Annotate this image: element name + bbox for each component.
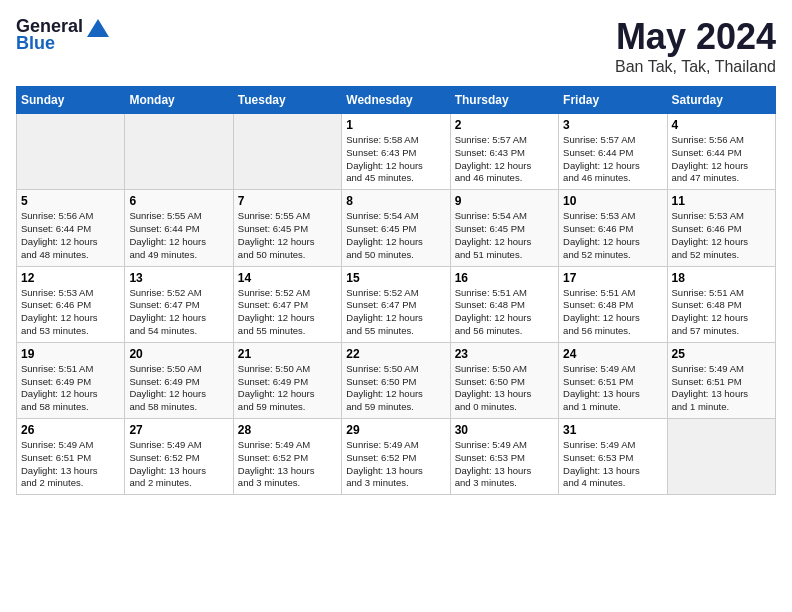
day-info: Sunrise: 5:50 AM Sunset: 6:49 PM Dayligh… bbox=[129, 363, 228, 414]
calendar-header-friday: Friday bbox=[559, 87, 667, 114]
day-info: Sunrise: 5:57 AM Sunset: 6:43 PM Dayligh… bbox=[455, 134, 554, 185]
day-info: Sunrise: 5:49 AM Sunset: 6:53 PM Dayligh… bbox=[563, 439, 662, 490]
calendar-cell: 8Sunrise: 5:54 AM Sunset: 6:45 PM Daylig… bbox=[342, 190, 450, 266]
day-info: Sunrise: 5:56 AM Sunset: 6:44 PM Dayligh… bbox=[21, 210, 120, 261]
day-number: 18 bbox=[672, 271, 771, 285]
calendar-cell: 21Sunrise: 5:50 AM Sunset: 6:49 PM Dayli… bbox=[233, 342, 341, 418]
day-info: Sunrise: 5:51 AM Sunset: 6:49 PM Dayligh… bbox=[21, 363, 120, 414]
day-info: Sunrise: 5:50 AM Sunset: 6:50 PM Dayligh… bbox=[346, 363, 445, 414]
day-info: Sunrise: 5:54 AM Sunset: 6:45 PM Dayligh… bbox=[455, 210, 554, 261]
calendar-week-2: 5Sunrise: 5:56 AM Sunset: 6:44 PM Daylig… bbox=[17, 190, 776, 266]
day-number: 15 bbox=[346, 271, 445, 285]
calendar-cell: 3Sunrise: 5:57 AM Sunset: 6:44 PM Daylig… bbox=[559, 114, 667, 190]
day-number: 22 bbox=[346, 347, 445, 361]
calendar-header-tuesday: Tuesday bbox=[233, 87, 341, 114]
day-info: Sunrise: 5:55 AM Sunset: 6:45 PM Dayligh… bbox=[238, 210, 337, 261]
day-info: Sunrise: 5:53 AM Sunset: 6:46 PM Dayligh… bbox=[21, 287, 120, 338]
calendar: SundayMondayTuesdayWednesdayThursdayFrid… bbox=[16, 86, 776, 495]
day-number: 14 bbox=[238, 271, 337, 285]
day-number: 13 bbox=[129, 271, 228, 285]
calendar-cell: 31Sunrise: 5:49 AM Sunset: 6:53 PM Dayli… bbox=[559, 419, 667, 495]
calendar-header-wednesday: Wednesday bbox=[342, 87, 450, 114]
day-number: 25 bbox=[672, 347, 771, 361]
day-number: 21 bbox=[238, 347, 337, 361]
day-number: 8 bbox=[346, 194, 445, 208]
calendar-cell: 19Sunrise: 5:51 AM Sunset: 6:49 PM Dayli… bbox=[17, 342, 125, 418]
day-info: Sunrise: 5:54 AM Sunset: 6:45 PM Dayligh… bbox=[346, 210, 445, 261]
day-info: Sunrise: 5:52 AM Sunset: 6:47 PM Dayligh… bbox=[129, 287, 228, 338]
calendar-cell: 22Sunrise: 5:50 AM Sunset: 6:50 PM Dayli… bbox=[342, 342, 450, 418]
day-number: 20 bbox=[129, 347, 228, 361]
day-info: Sunrise: 5:49 AM Sunset: 6:51 PM Dayligh… bbox=[21, 439, 120, 490]
day-info: Sunrise: 5:52 AM Sunset: 6:47 PM Dayligh… bbox=[346, 287, 445, 338]
day-info: Sunrise: 5:51 AM Sunset: 6:48 PM Dayligh… bbox=[455, 287, 554, 338]
calendar-cell bbox=[125, 114, 233, 190]
calendar-cell: 20Sunrise: 5:50 AM Sunset: 6:49 PM Dayli… bbox=[125, 342, 233, 418]
day-number: 31 bbox=[563, 423, 662, 437]
logo: General Blue bbox=[16, 16, 109, 54]
day-number: 10 bbox=[563, 194, 662, 208]
day-number: 3 bbox=[563, 118, 662, 132]
calendar-header-monday: Monday bbox=[125, 87, 233, 114]
day-number: 5 bbox=[21, 194, 120, 208]
day-number: 24 bbox=[563, 347, 662, 361]
calendar-week-4: 19Sunrise: 5:51 AM Sunset: 6:49 PM Dayli… bbox=[17, 342, 776, 418]
day-info: Sunrise: 5:49 AM Sunset: 6:52 PM Dayligh… bbox=[129, 439, 228, 490]
day-info: Sunrise: 5:53 AM Sunset: 6:46 PM Dayligh… bbox=[672, 210, 771, 261]
day-info: Sunrise: 5:57 AM Sunset: 6:44 PM Dayligh… bbox=[563, 134, 662, 185]
day-number: 9 bbox=[455, 194, 554, 208]
day-number: 19 bbox=[21, 347, 120, 361]
day-number: 30 bbox=[455, 423, 554, 437]
calendar-cell: 25Sunrise: 5:49 AM Sunset: 6:51 PM Dayli… bbox=[667, 342, 775, 418]
calendar-cell: 29Sunrise: 5:49 AM Sunset: 6:52 PM Dayli… bbox=[342, 419, 450, 495]
day-number: 27 bbox=[129, 423, 228, 437]
day-info: Sunrise: 5:49 AM Sunset: 6:52 PM Dayligh… bbox=[238, 439, 337, 490]
logo-icon bbox=[87, 19, 109, 37]
day-number: 23 bbox=[455, 347, 554, 361]
calendar-cell: 16Sunrise: 5:51 AM Sunset: 6:48 PM Dayli… bbox=[450, 266, 558, 342]
calendar-cell: 6Sunrise: 5:55 AM Sunset: 6:44 PM Daylig… bbox=[125, 190, 233, 266]
day-info: Sunrise: 5:53 AM Sunset: 6:46 PM Dayligh… bbox=[563, 210, 662, 261]
logo-blue: Blue bbox=[16, 33, 55, 54]
calendar-week-1: 1Sunrise: 5:58 AM Sunset: 6:43 PM Daylig… bbox=[17, 114, 776, 190]
day-info: Sunrise: 5:50 AM Sunset: 6:49 PM Dayligh… bbox=[238, 363, 337, 414]
day-number: 17 bbox=[563, 271, 662, 285]
calendar-cell: 9Sunrise: 5:54 AM Sunset: 6:45 PM Daylig… bbox=[450, 190, 558, 266]
calendar-cell: 12Sunrise: 5:53 AM Sunset: 6:46 PM Dayli… bbox=[17, 266, 125, 342]
calendar-cell: 10Sunrise: 5:53 AM Sunset: 6:46 PM Dayli… bbox=[559, 190, 667, 266]
month-title: May 2024 bbox=[615, 16, 776, 58]
day-info: Sunrise: 5:49 AM Sunset: 6:52 PM Dayligh… bbox=[346, 439, 445, 490]
calendar-week-3: 12Sunrise: 5:53 AM Sunset: 6:46 PM Dayli… bbox=[17, 266, 776, 342]
calendar-cell: 1Sunrise: 5:58 AM Sunset: 6:43 PM Daylig… bbox=[342, 114, 450, 190]
calendar-cell: 28Sunrise: 5:49 AM Sunset: 6:52 PM Dayli… bbox=[233, 419, 341, 495]
calendar-header-row: SundayMondayTuesdayWednesdayThursdayFrid… bbox=[17, 87, 776, 114]
day-number: 4 bbox=[672, 118, 771, 132]
day-number: 16 bbox=[455, 271, 554, 285]
calendar-cell: 27Sunrise: 5:49 AM Sunset: 6:52 PM Dayli… bbox=[125, 419, 233, 495]
calendar-cell bbox=[667, 419, 775, 495]
day-info: Sunrise: 5:56 AM Sunset: 6:44 PM Dayligh… bbox=[672, 134, 771, 185]
day-info: Sunrise: 5:49 AM Sunset: 6:53 PM Dayligh… bbox=[455, 439, 554, 490]
day-info: Sunrise: 5:55 AM Sunset: 6:44 PM Dayligh… bbox=[129, 210, 228, 261]
calendar-cell: 26Sunrise: 5:49 AM Sunset: 6:51 PM Dayli… bbox=[17, 419, 125, 495]
calendar-header-thursday: Thursday bbox=[450, 87, 558, 114]
title-block: May 2024 Ban Tak, Tak, Thailand bbox=[615, 16, 776, 76]
calendar-week-5: 26Sunrise: 5:49 AM Sunset: 6:51 PM Dayli… bbox=[17, 419, 776, 495]
day-info: Sunrise: 5:49 AM Sunset: 6:51 PM Dayligh… bbox=[672, 363, 771, 414]
calendar-cell: 7Sunrise: 5:55 AM Sunset: 6:45 PM Daylig… bbox=[233, 190, 341, 266]
day-number: 29 bbox=[346, 423, 445, 437]
calendar-cell: 24Sunrise: 5:49 AM Sunset: 6:51 PM Dayli… bbox=[559, 342, 667, 418]
day-number: 6 bbox=[129, 194, 228, 208]
day-number: 26 bbox=[21, 423, 120, 437]
calendar-cell: 5Sunrise: 5:56 AM Sunset: 6:44 PM Daylig… bbox=[17, 190, 125, 266]
day-number: 28 bbox=[238, 423, 337, 437]
day-info: Sunrise: 5:49 AM Sunset: 6:51 PM Dayligh… bbox=[563, 363, 662, 414]
calendar-cell: 14Sunrise: 5:52 AM Sunset: 6:47 PM Dayli… bbox=[233, 266, 341, 342]
day-info: Sunrise: 5:51 AM Sunset: 6:48 PM Dayligh… bbox=[672, 287, 771, 338]
calendar-cell: 2Sunrise: 5:57 AM Sunset: 6:43 PM Daylig… bbox=[450, 114, 558, 190]
day-info: Sunrise: 5:51 AM Sunset: 6:48 PM Dayligh… bbox=[563, 287, 662, 338]
calendar-cell: 4Sunrise: 5:56 AM Sunset: 6:44 PM Daylig… bbox=[667, 114, 775, 190]
day-number: 12 bbox=[21, 271, 120, 285]
day-info: Sunrise: 5:50 AM Sunset: 6:50 PM Dayligh… bbox=[455, 363, 554, 414]
calendar-header-saturday: Saturday bbox=[667, 87, 775, 114]
